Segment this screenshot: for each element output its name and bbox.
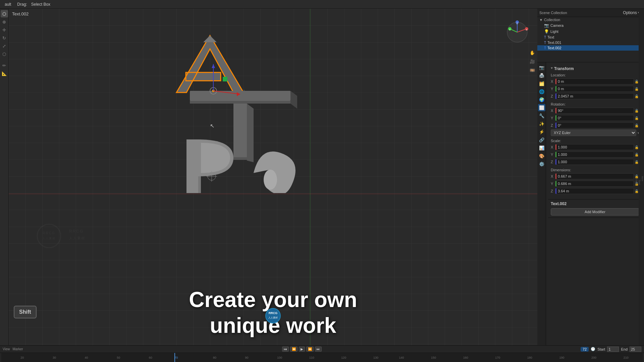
dimensions-x-input[interactable] xyxy=(555,173,634,179)
watermark: RRCG 人人素材 RRCG 人人素材 xyxy=(36,223,103,251)
location-z-input[interactable] xyxy=(555,93,634,99)
scale-y-input[interactable] xyxy=(555,152,634,158)
cursor-tool[interactable]: ⊕ xyxy=(1,18,8,25)
tick-200: 200 xyxy=(591,356,596,359)
play-btn[interactable]: ▶ xyxy=(299,347,305,352)
jump-start-btn[interactable]: ⏮ xyxy=(282,347,289,352)
tick-90: 90 xyxy=(245,356,249,359)
data-props-btn[interactable]: 📊 xyxy=(538,144,545,152)
render-props-btn[interactable]: 📷 xyxy=(538,64,545,71)
select-box-button[interactable]: Select Box xyxy=(29,1,52,7)
rrcg-logo: RRCG 人人素材 xyxy=(256,307,290,325)
jump-end-btn[interactable]: ⏭ xyxy=(315,347,322,352)
rotation-y-row: Y 🔓 xyxy=(551,115,639,121)
transform-header[interactable]: Transform xyxy=(551,66,639,71)
modifier-section: Text.002 Add Modifier xyxy=(548,199,642,218)
selected-object-name: Text.002 xyxy=(12,11,29,16)
outliner-item-collection[interactable]: ▼ Collection xyxy=(537,17,644,22)
svg-point-33 xyxy=(264,170,277,190)
output-props-btn[interactable]: 🖨️ xyxy=(538,72,545,79)
measure-tool[interactable]: 📐 xyxy=(1,70,8,77)
svg-rect-20 xyxy=(233,104,247,157)
location-y-row: Y 🔓 xyxy=(551,85,639,92)
scale-z-input[interactable] xyxy=(555,159,634,165)
tick-180: 180 xyxy=(527,356,532,359)
outliner-item-light[interactable]: 💡 Light xyxy=(537,28,644,35)
properties-icon-sidebar: 📷 🖨️ 🗂️ 🌐 🌍 ⬜ 🔧 ✨ ⚡ 🔗 📊 🎨 ⚙️ xyxy=(537,62,546,345)
scale-y-axis: Y xyxy=(551,153,555,157)
rotation-mode-select[interactable]: XYZ Euler xyxy=(551,129,636,136)
transform-title: Transform xyxy=(554,66,574,71)
particles-props-btn[interactable]: ✨ xyxy=(538,120,545,127)
viewport-tool-camera[interactable]: 🎥 xyxy=(529,58,536,65)
object-props-btn[interactable]: ⬜ xyxy=(538,104,545,111)
mode-selector[interactable]: ault xyxy=(3,1,13,7)
constraints-props-btn[interactable]: 🔗 xyxy=(538,136,545,143)
dimensions-x-axis: X xyxy=(551,174,555,178)
dimensions-z-row: Z 🔓 xyxy=(551,188,639,194)
dimensions-z-input[interactable] xyxy=(555,188,634,194)
outliner-item-camera[interactable]: 📷 Camera xyxy=(537,22,644,28)
scene-props-btn[interactable]: 🌐 xyxy=(538,88,545,95)
left-toolbar: ⬡ ⊕ ✛ ↻ ⤢ ⬡ ✏ 📐 xyxy=(0,9,9,345)
scale-x-input[interactable] xyxy=(555,144,634,150)
transform-panel: Transform Location: X 🔓 Y 🔓 xyxy=(548,64,642,199)
transform-tool[interactable]: ⬡ xyxy=(1,50,8,58)
mouse-cursor: ↖ xyxy=(210,123,214,129)
rotation-z-input[interactable] xyxy=(555,122,634,128)
viewlayer-props-btn[interactable]: 🗂️ xyxy=(538,80,545,87)
svg-text:Y: Y xyxy=(509,28,511,31)
rotation-y-input[interactable] xyxy=(555,115,634,121)
dimensions-y-input[interactable] xyxy=(555,181,634,187)
scale-z-axis: Z xyxy=(551,160,555,164)
timeline-bar[interactable]: 20 30 40 50 60 70 80 90 100 110 120 130 … xyxy=(1,353,643,362)
svg-text:人人素材: 人人素材 xyxy=(268,316,278,319)
outliner-panel: Scene Collection Options ▾ ▼ Collection … xyxy=(537,9,644,62)
timeline-ticks: 20 30 40 50 60 70 80 90 100 110 120 130 … xyxy=(1,353,643,362)
scale-x-axis: X xyxy=(551,145,555,149)
outliner-item-text001[interactable]: T Text.001 xyxy=(537,40,644,45)
tick-100: 100 xyxy=(277,356,282,359)
svg-marker-19 xyxy=(290,91,297,109)
location-x-axis: X xyxy=(551,79,555,83)
dimensions-group: Dimensions: X 🔓 Y 🔓 Z 🔓 xyxy=(551,168,639,194)
start-frame-input[interactable] xyxy=(607,347,619,352)
modifier-props-btn[interactable]: 🔧 xyxy=(538,112,545,119)
playhead[interactable] xyxy=(174,353,175,362)
select-tool[interactable]: ⬡ xyxy=(1,10,8,17)
current-frame-display[interactable]: 72 xyxy=(581,347,589,352)
dimensions-y-axis: Y xyxy=(551,182,555,186)
timeline-view-label[interactable]: View xyxy=(3,347,10,351)
tick-50: 50 xyxy=(117,356,120,359)
outliner-item-text002[interactable]: T Text.002 xyxy=(537,45,644,51)
viewport-tool-hand[interactable]: ✋ xyxy=(529,49,536,56)
shader-props-btn[interactable]: ⚙️ xyxy=(538,160,545,168)
playback-controls: ⏮ ⏪ ▶ ⏩ ⏭ xyxy=(282,347,322,352)
material-props-btn[interactable]: 🎨 xyxy=(538,152,545,160)
world-props-btn[interactable]: 🌍 xyxy=(538,96,545,103)
end-frame-input[interactable] xyxy=(630,347,641,352)
tick-60: 60 xyxy=(149,356,152,359)
step-forward-btn[interactable]: ⏩ xyxy=(306,347,314,352)
location-y-input[interactable] xyxy=(555,86,634,92)
location-x-input[interactable] xyxy=(555,78,634,84)
svg-rect-17 xyxy=(190,91,290,101)
annotate-tool[interactable]: ✏ xyxy=(1,62,8,69)
scale-tool[interactable]: ⤢ xyxy=(1,42,8,50)
viewport-tool-render[interactable]: 🎞️ xyxy=(529,66,536,74)
outliner-item-text[interactable]: T Text xyxy=(537,35,644,40)
timeline-marker-label[interactable]: Marker xyxy=(13,347,23,351)
right-side-labels: Item Tool View xyxy=(639,9,644,345)
add-modifier-button[interactable]: Add Modifier xyxy=(551,208,639,216)
rotate-tool[interactable]: ↻ xyxy=(1,34,8,42)
start-label: Start xyxy=(597,347,605,351)
timeline: View Marker ⏮ ⏪ ▶ ⏩ ⏭ 72 🕐 Start End 20 … xyxy=(0,345,644,362)
move-tool[interactable]: ✛ xyxy=(1,26,8,34)
step-back-btn[interactable]: ⏪ xyxy=(290,347,298,352)
rotation-x-input[interactable] xyxy=(555,108,634,114)
viewport[interactable]: Text.002 Z X Y ✋ 🎥 🎞️ xyxy=(9,9,537,345)
rotation-y-axis: Y xyxy=(551,116,555,120)
physics-props-btn[interactable]: ⚡ xyxy=(538,128,545,135)
svg-text:Z: Z xyxy=(517,22,518,24)
navigation-gizmo[interactable]: Z X Y xyxy=(504,19,531,46)
